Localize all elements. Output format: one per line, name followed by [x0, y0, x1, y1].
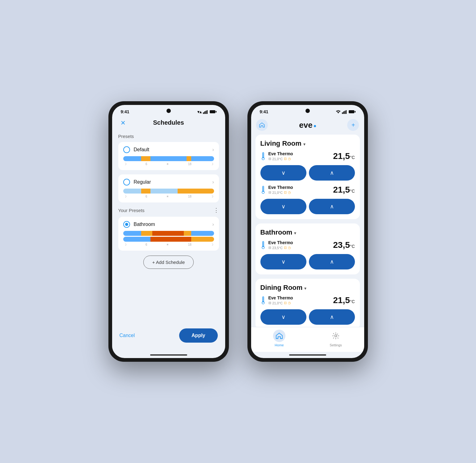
- svg-point-23: [262, 302, 264, 304]
- dining-device-temp: 21,5°C: [333, 295, 355, 305]
- default-chevron: ›: [212, 147, 214, 152]
- control-buttons-2: ∨ ∧: [260, 199, 355, 214]
- settings-tab-label: Settings: [330, 343, 342, 347]
- apply-button[interactable]: Apply: [179, 328, 217, 343]
- home-indicator: [112, 352, 225, 358]
- svg-point-20: [262, 246, 264, 249]
- tab-home[interactable]: Home: [251, 330, 308, 347]
- bathroom-radio-inner: [125, 223, 128, 226]
- bar-labels: ☽ 6 ☀ 18 ☽: [123, 195, 214, 198]
- bathroom-radio[interactable]: [123, 221, 130, 228]
- decrease-button-dining[interactable]: ∨: [260, 309, 306, 325]
- svg-point-25: [335, 335, 337, 337]
- bar-seg: [123, 231, 141, 236]
- regular-radio[interactable]: [123, 179, 130, 186]
- bathroom-chevron[interactable]: ▾: [294, 231, 296, 236]
- living-room-header: Living Room ▾: [260, 140, 355, 148]
- thermometer-icon-1: [260, 152, 266, 162]
- regular-preset-item[interactable]: Regular › ☽ 6 ☀ 18: [118, 174, 219, 202]
- decrease-button-1[interactable]: ∨: [260, 165, 306, 181]
- default-schedule-bar: ☽ 6 ☀ 18 ☽: [123, 156, 214, 166]
- bar-seg: [152, 231, 184, 236]
- home-indicator-eve: [251, 352, 364, 358]
- default-radio[interactable]: [123, 146, 130, 153]
- thermometer-icon-2: [260, 186, 266, 196]
- bath-device-name: Eve Thermo: [268, 240, 333, 245]
- svg-rect-11: [349, 110, 354, 113]
- device-status-1: ⊟ 21,0°C ⊡ ◷: [268, 157, 333, 161]
- eve-add-button[interactable]: +: [347, 119, 359, 131]
- status-icons-eve: [336, 110, 356, 114]
- increase-button-2[interactable]: ∧: [309, 199, 355, 214]
- device-name-2: Eve Thermo: [268, 185, 333, 190]
- bar-seg: [141, 231, 152, 236]
- dining-room-chevron[interactable]: ▾: [304, 286, 306, 291]
- svg-rect-7: [342, 112, 343, 114]
- dining-device-status: ⊟ 21,0°C ⊡ ◷: [268, 301, 333, 305]
- bar-seg: [191, 156, 214, 161]
- bar-labels: ☽ 6 ☀ 18 ☽: [123, 243, 214, 246]
- bar-seg: [191, 231, 214, 236]
- schedules-footer: Cancel Apply: [112, 323, 225, 352]
- device-info-2: Eve Thermo ⊟ 21,0°C ⊡ ◷: [268, 185, 333, 194]
- bar-seg: [150, 156, 187, 161]
- living-room-chevron[interactable]: ▾: [303, 142, 305, 147]
- svg-rect-0: [203, 112, 204, 114]
- decrease-button-bath[interactable]: ∨: [260, 254, 306, 269]
- bar-seg: [187, 156, 191, 161]
- home-indicator-bar-eve: [289, 354, 326, 356]
- increase-button-1[interactable]: ∧: [309, 165, 355, 181]
- bathroom-preset-name: Bathroom: [134, 222, 209, 227]
- bath-device-info: Eve Thermo ⊟ 23,5°C ⊡ ◷: [268, 240, 333, 250]
- svg-rect-24: [263, 297, 263, 302]
- thermometer-icon-bath: [260, 241, 266, 251]
- living-room-device-2: Eve Thermo ⊟ 21,0°C ⊡ ◷ 21,5°C: [260, 185, 355, 196]
- increase-button-dining[interactable]: ∧: [309, 309, 355, 325]
- camera-notch: [166, 109, 171, 113]
- dining-room-name: Dining Room: [260, 284, 303, 292]
- settings-tab-icon: [330, 330, 342, 342]
- bar-labels: ☽ 6 ☀ 18 ☽: [123, 162, 214, 166]
- svg-rect-18: [263, 187, 263, 191]
- presets-menu-button[interactable]: ⋮: [213, 207, 219, 214]
- close-button[interactable]: ✕: [118, 118, 128, 128]
- signal-icon-eve: [342, 110, 348, 114]
- add-schedule-button[interactable]: + Add Schedule: [143, 256, 194, 269]
- schedules-phone: 9:41 ▾▴ ✕ Schedules: [108, 101, 229, 362]
- eve-home-button[interactable]: [256, 119, 268, 131]
- device-name-1: Eve Thermo: [268, 151, 333, 156]
- dining-room-header: Dining Room ▾: [260, 284, 355, 292]
- regular-schedule-bar: ☽ 6 ☀ 18 ☽: [123, 189, 214, 198]
- svg-rect-12: [355, 111, 356, 113]
- camera-notch: [305, 109, 310, 113]
- bar-seg: [123, 237, 150, 242]
- device-status-2: ⊟ 21,0°C ⊡ ◷: [268, 190, 333, 194]
- eve-phone: 9:41: [247, 101, 368, 362]
- bathroom-card: Bathroom ▾ Eve Thermo ⊟: [255, 223, 360, 274]
- dining-room-card: Dining Room ▾ Eve Thermo ⊟: [255, 279, 360, 327]
- dining-device-info: Eve Thermo ⊟ 21,0°C ⊡ ◷: [268, 295, 333, 305]
- schedules-content: Presets Default ›: [112, 131, 225, 323]
- device-temp-1: 21,5°C: [333, 151, 355, 161]
- bar-seg: [141, 156, 150, 161]
- living-room-name: Living Room: [260, 140, 301, 148]
- regular-chevron: ›: [212, 179, 214, 185]
- svg-point-17: [262, 191, 264, 194]
- decrease-button-2[interactable]: ∨: [260, 199, 306, 214]
- svg-point-14: [262, 157, 264, 160]
- bar-seg: [123, 156, 141, 161]
- svg-rect-21: [263, 242, 263, 246]
- svg-rect-4: [210, 110, 215, 113]
- bathroom-preset-item[interactable]: Bathroom ›: [118, 217, 219, 251]
- tab-settings[interactable]: Settings: [308, 330, 364, 347]
- home-tab-icon: [273, 330, 285, 342]
- svg-rect-2: [205, 111, 206, 114]
- cancel-button[interactable]: Cancel: [120, 333, 135, 338]
- svg-rect-5: [216, 111, 217, 113]
- bathroom-chevron: ›: [212, 222, 214, 227]
- increase-button-bath[interactable]: ∧: [309, 254, 355, 269]
- time-display-eve: 9:41: [260, 109, 268, 114]
- status-icons: ▾▴: [197, 110, 217, 114]
- svg-rect-3: [207, 110, 208, 114]
- default-preset-item[interactable]: Default › ☽ 6 ☀ 18: [118, 142, 219, 170]
